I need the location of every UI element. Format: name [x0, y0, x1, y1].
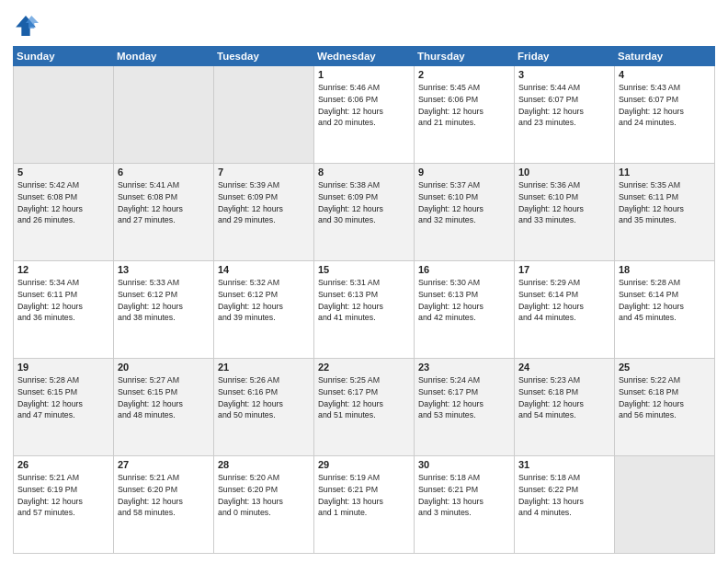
calendar-week-row: 5Sunrise: 5:42 AM Sunset: 6:08 PM Daylig… — [14, 164, 715, 261]
weekday-header: Thursday — [415, 47, 515, 66]
calendar-cell: 20Sunrise: 5:27 AM Sunset: 6:15 PM Dayli… — [114, 359, 214, 456]
calendar-cell: 15Sunrise: 5:31 AM Sunset: 6:13 PM Dayli… — [314, 261, 415, 359]
day-number: 16 — [418, 264, 510, 275]
day-info: Sunrise: 5:39 AM Sunset: 6:09 PM Dayligh… — [218, 179, 310, 226]
day-info: Sunrise: 5:21 AM Sunset: 6:20 PM Dayligh… — [118, 472, 210, 519]
calendar-week-row: 26Sunrise: 5:21 AM Sunset: 6:19 PM Dayli… — [14, 456, 715, 554]
day-number: 11 — [619, 167, 711, 178]
calendar-cell: 8Sunrise: 5:38 AM Sunset: 6:09 PM Daylig… — [314, 164, 415, 261]
calendar-cell: 22Sunrise: 5:25 AM Sunset: 6:17 PM Dayli… — [314, 359, 415, 456]
calendar-cell: 29Sunrise: 5:19 AM Sunset: 6:21 PM Dayli… — [314, 456, 415, 554]
day-number: 19 — [17, 362, 109, 373]
day-number: 31 — [518, 459, 610, 470]
day-number: 2 — [418, 69, 510, 80]
calendar-cell: 17Sunrise: 5:29 AM Sunset: 6:14 PM Dayli… — [515, 261, 615, 359]
day-info: Sunrise: 5:42 AM Sunset: 6:08 PM Dayligh… — [17, 179, 109, 226]
day-info: Sunrise: 5:25 AM Sunset: 6:17 PM Dayligh… — [318, 374, 410, 421]
logo — [13, 13, 42, 39]
day-info: Sunrise: 5:23 AM Sunset: 6:18 PM Dayligh… — [518, 374, 610, 421]
calendar-cell: 6Sunrise: 5:41 AM Sunset: 6:08 PM Daylig… — [114, 164, 214, 261]
weekday-header: Wednesday — [314, 47, 415, 66]
day-number: 18 — [619, 264, 711, 275]
calendar-cell: 9Sunrise: 5:37 AM Sunset: 6:10 PM Daylig… — [415, 164, 515, 261]
day-info: Sunrise: 5:20 AM Sunset: 6:20 PM Dayligh… — [218, 472, 310, 519]
day-info: Sunrise: 5:29 AM Sunset: 6:14 PM Dayligh… — [518, 277, 610, 324]
calendar-cell: 7Sunrise: 5:39 AM Sunset: 6:09 PM Daylig… — [214, 164, 314, 261]
day-info: Sunrise: 5:44 AM Sunset: 6:07 PM Dayligh… — [518, 82, 610, 129]
day-info: Sunrise: 5:31 AM Sunset: 6:13 PM Dayligh… — [318, 277, 410, 324]
day-info: Sunrise: 5:45 AM Sunset: 6:06 PM Dayligh… — [418, 82, 510, 129]
day-info: Sunrise: 5:18 AM Sunset: 6:22 PM Dayligh… — [518, 472, 610, 519]
day-number: 5 — [17, 167, 109, 178]
logo-icon — [13, 13, 39, 39]
day-info: Sunrise: 5:22 AM Sunset: 6:18 PM Dayligh… — [619, 374, 711, 421]
calendar-cell: 31Sunrise: 5:18 AM Sunset: 6:22 PM Dayli… — [515, 456, 615, 554]
day-info: Sunrise: 5:34 AM Sunset: 6:11 PM Dayligh… — [17, 277, 109, 324]
calendar-cell: 11Sunrise: 5:35 AM Sunset: 6:11 PM Dayli… — [615, 164, 715, 261]
day-number: 10 — [518, 167, 610, 178]
day-number: 12 — [17, 264, 109, 275]
calendar-cell: 1Sunrise: 5:46 AM Sunset: 6:06 PM Daylig… — [314, 66, 415, 164]
calendar-cell: 21Sunrise: 5:26 AM Sunset: 6:16 PM Dayli… — [214, 359, 314, 456]
day-number: 6 — [118, 167, 210, 178]
day-info: Sunrise: 5:46 AM Sunset: 6:06 PM Dayligh… — [318, 82, 410, 129]
weekday-header-row: SundayMondayTuesdayWednesdayThursdayFrid… — [14, 47, 715, 66]
day-info: Sunrise: 5:26 AM Sunset: 6:16 PM Dayligh… — [218, 374, 310, 421]
calendar-cell — [214, 66, 314, 164]
header — [13, 9, 715, 39]
calendar-week-row: 1Sunrise: 5:46 AM Sunset: 6:06 PM Daylig… — [14, 66, 715, 164]
weekday-header: Sunday — [14, 47, 114, 66]
calendar-cell: 28Sunrise: 5:20 AM Sunset: 6:20 PM Dayli… — [214, 456, 314, 554]
calendar-cell: 12Sunrise: 5:34 AM Sunset: 6:11 PM Dayli… — [14, 261, 114, 359]
day-info: Sunrise: 5:27 AM Sunset: 6:15 PM Dayligh… — [118, 374, 210, 421]
day-number: 1 — [318, 69, 410, 80]
day-info: Sunrise: 5:43 AM Sunset: 6:07 PM Dayligh… — [619, 82, 711, 129]
calendar-cell: 3Sunrise: 5:44 AM Sunset: 6:07 PM Daylig… — [515, 66, 615, 164]
day-number: 21 — [218, 362, 310, 373]
day-number: 26 — [17, 459, 109, 470]
day-info: Sunrise: 5:21 AM Sunset: 6:19 PM Dayligh… — [17, 472, 109, 519]
day-number: 20 — [118, 362, 210, 373]
calendar-cell: 25Sunrise: 5:22 AM Sunset: 6:18 PM Dayli… — [615, 359, 715, 456]
weekday-header: Friday — [515, 47, 615, 66]
calendar-cell: 19Sunrise: 5:28 AM Sunset: 6:15 PM Dayli… — [14, 359, 114, 456]
weekday-header: Tuesday — [214, 47, 314, 66]
day-number: 29 — [318, 459, 410, 470]
day-number: 23 — [418, 362, 510, 373]
calendar-cell: 5Sunrise: 5:42 AM Sunset: 6:08 PM Daylig… — [14, 164, 114, 261]
calendar-cell: 27Sunrise: 5:21 AM Sunset: 6:20 PM Dayli… — [114, 456, 214, 554]
calendar-week-row: 19Sunrise: 5:28 AM Sunset: 6:15 PM Dayli… — [14, 359, 715, 456]
day-number: 4 — [619, 69, 711, 80]
day-number: 15 — [318, 264, 410, 275]
calendar-week-row: 12Sunrise: 5:34 AM Sunset: 6:11 PM Dayli… — [14, 261, 715, 359]
calendar-cell — [114, 66, 214, 164]
calendar-table: SundayMondayTuesdayWednesdayThursdayFrid… — [13, 46, 715, 554]
day-info: Sunrise: 5:35 AM Sunset: 6:11 PM Dayligh… — [619, 179, 711, 226]
day-info: Sunrise: 5:36 AM Sunset: 6:10 PM Dayligh… — [518, 179, 610, 226]
day-number: 13 — [118, 264, 210, 275]
calendar-cell: 30Sunrise: 5:18 AM Sunset: 6:21 PM Dayli… — [415, 456, 515, 554]
day-number: 7 — [218, 167, 310, 178]
day-number: 9 — [418, 167, 510, 178]
calendar-cell: 26Sunrise: 5:21 AM Sunset: 6:19 PM Dayli… — [14, 456, 114, 554]
day-info: Sunrise: 5:41 AM Sunset: 6:08 PM Dayligh… — [118, 179, 210, 226]
day-number: 28 — [218, 459, 310, 470]
day-info: Sunrise: 5:30 AM Sunset: 6:13 PM Dayligh… — [418, 277, 510, 324]
day-info: Sunrise: 5:37 AM Sunset: 6:10 PM Dayligh… — [418, 179, 510, 226]
page: SundayMondayTuesdayWednesdayThursdayFrid… — [0, 0, 728, 563]
day-number: 25 — [619, 362, 711, 373]
day-info: Sunrise: 5:32 AM Sunset: 6:12 PM Dayligh… — [218, 277, 310, 324]
calendar-cell — [615, 456, 715, 554]
calendar-cell: 14Sunrise: 5:32 AM Sunset: 6:12 PM Dayli… — [214, 261, 314, 359]
day-info: Sunrise: 5:24 AM Sunset: 6:17 PM Dayligh… — [418, 374, 510, 421]
calendar-cell: 4Sunrise: 5:43 AM Sunset: 6:07 PM Daylig… — [615, 66, 715, 164]
calendar-cell: 18Sunrise: 5:28 AM Sunset: 6:14 PM Dayli… — [615, 261, 715, 359]
calendar-cell: 24Sunrise: 5:23 AM Sunset: 6:18 PM Dayli… — [515, 359, 615, 456]
day-info: Sunrise: 5:28 AM Sunset: 6:14 PM Dayligh… — [619, 277, 711, 324]
day-number: 3 — [518, 69, 610, 80]
day-number: 14 — [218, 264, 310, 275]
calendar-cell: 13Sunrise: 5:33 AM Sunset: 6:12 PM Dayli… — [114, 261, 214, 359]
weekday-header: Saturday — [615, 47, 715, 66]
day-info: Sunrise: 5:38 AM Sunset: 6:09 PM Dayligh… — [318, 179, 410, 226]
calendar-cell: 23Sunrise: 5:24 AM Sunset: 6:17 PM Dayli… — [415, 359, 515, 456]
